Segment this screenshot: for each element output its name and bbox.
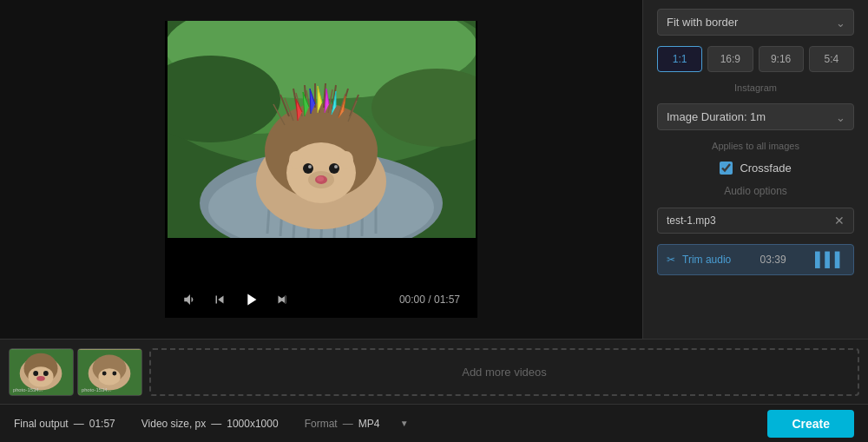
final-output-label: Final output <box>14 418 69 430</box>
thumb-2-content: photo-1534... <box>78 349 141 396</box>
final-output-info: Final output — 01:57 <box>14 418 115 430</box>
trim-audio-left: ✂ Trim audio <box>667 254 731 266</box>
video-size-value: 1000x1000 <box>227 418 278 430</box>
duration-dropdown-row: Image Duration: 1m Image Duration: 30s I… <box>657 103 854 130</box>
timeline-thumb-1[interactable]: photo-1534... <box>9 348 74 396</box>
video-size-label: Video size, px <box>141 418 207 430</box>
create-button[interactable]: Create <box>767 410 854 438</box>
crossfade-checkbox[interactable] <box>720 162 733 175</box>
main-content: 00:00 / 01:57 Fit with border Stretch Cr… <box>0 0 868 339</box>
fit-dropdown-row: Fit with border Stretch Crop ⌄ <box>657 9 854 36</box>
svg-point-26 <box>308 165 312 168</box>
svg-point-28 <box>289 151 303 168</box>
prev-button[interactable] <box>212 292 227 307</box>
video-black-bar <box>168 238 476 281</box>
crossfade-row: Crossfade <box>657 162 854 175</box>
svg-text:photo-1534...: photo-1534... <box>13 387 43 393</box>
svg-point-41 <box>98 368 120 385</box>
fit-select[interactable]: Fit with border Stretch Crop <box>657 9 854 36</box>
applies-label: Applies to all images <box>657 141 854 151</box>
video-size-dash: — <box>211 418 221 430</box>
hedgehog-image <box>168 21 476 238</box>
format-info: Format — MP4 MOV GIF ▼ <box>305 418 409 430</box>
format-dropdown-icon: ▼ <box>400 419 409 428</box>
svg-point-34 <box>33 371 38 376</box>
time-display: 00:00 / 01:57 <box>399 294 460 306</box>
svg-point-42 <box>102 371 107 375</box>
svg-point-24 <box>303 163 313 174</box>
trim-audio-label: Trim audio <box>682 254 731 266</box>
player-controls: 00:00 / 01:57 <box>165 281 477 318</box>
final-output-value: 01:57 <box>89 418 115 430</box>
audio-bars-icon: ▌▌▌ <box>815 252 845 267</box>
add-more-label: Add more videos <box>462 366 547 379</box>
svg-point-43 <box>112 371 116 375</box>
preview-area: 00:00 / 01:57 <box>0 0 642 339</box>
trim-audio-row[interactable]: ✂ Trim audio 03:39 ▌▌▌ <box>657 244 854 275</box>
crossfade-label: Crossfade <box>740 162 791 175</box>
final-output-dash: — <box>74 418 84 430</box>
ratio-16-9-button[interactable]: 16:9 <box>707 46 753 72</box>
video-container: 00:00 / 01:57 <box>165 21 477 318</box>
audio-filename: test-1.mp3 <box>667 214 716 227</box>
svg-point-27 <box>334 165 338 168</box>
svg-point-25 <box>329 163 339 174</box>
volume-button[interactable] <box>182 292 198 307</box>
next-button[interactable] <box>274 292 290 307</box>
format-dash: — <box>343 418 353 430</box>
time-current: 00:00 <box>399 294 425 306</box>
audio-close-button[interactable]: ✕ <box>834 214 845 228</box>
format-label: Format <box>305 418 338 430</box>
play-button[interactable] <box>241 290 260 309</box>
trim-duration: 03:39 <box>760 254 786 266</box>
time-total: 01:57 <box>434 294 460 306</box>
svg-point-36 <box>36 375 45 380</box>
timeline-area: photo-1534... photo-1534... Add more vid… <box>0 339 868 404</box>
time-separator: / <box>428 294 434 306</box>
video-frame <box>168 21 476 238</box>
format-select[interactable]: MP4 MOV GIF <box>358 418 395 430</box>
ratio-buttons-group: 1:1 16:9 9:16 5:4 <box>657 46 854 72</box>
bottom-bar: Final output — 01:57 Video size, px — 10… <box>0 404 868 442</box>
svg-point-23 <box>317 176 324 181</box>
svg-point-29 <box>339 151 353 168</box>
audio-file-row: test-1.mp3 ✕ <box>657 208 854 234</box>
scissors-icon: ✂ <box>667 254 675 266</box>
audio-options-title: Audio options <box>657 185 854 197</box>
thumb-1-content: photo-1534... <box>10 349 73 396</box>
video-size-info: Video size, px — 1000x1000 <box>141 418 279 430</box>
svg-point-35 <box>43 371 49 376</box>
right-panel: Fit with border Stretch Crop ⌄ 1:1 16:9 … <box>642 0 868 339</box>
ratio-9-16-button[interactable]: 9:16 <box>759 46 804 72</box>
ratio-5-4-button[interactable]: 5:4 <box>809 46 854 72</box>
ratio-1-1-button[interactable]: 1:1 <box>657 46 702 72</box>
add-more-area[interactable]: Add more videos <box>149 348 859 396</box>
timeline-thumb-2[interactable]: photo-1534... <box>77 348 142 396</box>
image-duration-select[interactable]: Image Duration: 1m Image Duration: 30s I… <box>657 103 854 130</box>
instagram-label: Instagram <box>657 82 854 93</box>
svg-text:photo-1534...: photo-1534... <box>82 387 112 393</box>
